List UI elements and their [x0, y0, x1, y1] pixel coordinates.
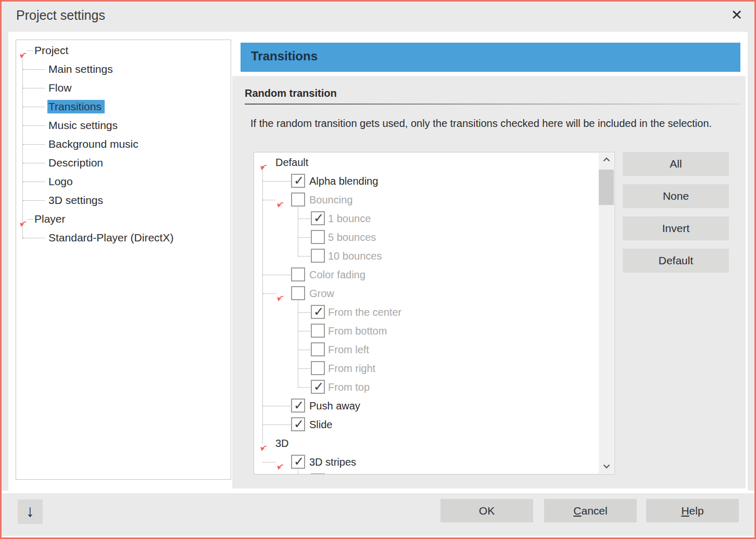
sidebar-item-project[interactable]: Project [16, 41, 231, 60]
list-scrollbar[interactable] [599, 153, 614, 473]
tree-connector [23, 144, 45, 145]
transition-label[interactable]: Grow [309, 284, 334, 303]
checkbox-color-fading[interactable] [291, 267, 305, 281]
default-button[interactable]: Default [623, 249, 729, 273]
transition-label[interactable]: Color fading [309, 265, 366, 284]
transition-row-default: Default [254, 153, 614, 172]
checkbox-from-bottom[interactable] [311, 324, 325, 338]
sidebar-item-player[interactable]: Player [16, 210, 231, 228]
chevron-up-icon [603, 157, 610, 162]
transition-label[interactable]: From bottom [328, 322, 387, 340]
help-button[interactable]: Help [646, 499, 739, 522]
transition-label[interactable]: From the center [328, 303, 401, 322]
transition-label[interactable]: From right [328, 359, 375, 378]
cancel-button[interactable]: Cancel [544, 499, 637, 522]
expand-arrow-icon[interactable] [19, 46, 27, 54]
separator [2, 536, 754, 537]
sidebar-item-logo[interactable]: Logo [16, 172, 231, 191]
cancel-label: C [573, 505, 581, 517]
transition-row-bouncing: Bouncing [254, 190, 614, 209]
transition-label[interactable]: From left [328, 340, 369, 359]
sidebar-item-description[interactable]: Description [16, 153, 231, 172]
tree-connector [263, 462, 275, 463]
checkbox-bouncing[interactable] [291, 192, 305, 207]
scrollbar-thumb[interactable] [599, 170, 614, 205]
expand-arrow-icon[interactable] [276, 289, 284, 297]
sidebar-item-background-music[interactable]: Background music [16, 135, 231, 153]
transition-row-from-left: From left [254, 340, 614, 359]
transition-row-grow: Grow [254, 284, 614, 303]
none-button[interactable]: None [623, 184, 729, 208]
checkbox-from-left[interactable] [311, 342, 325, 356]
tree-connector [263, 181, 291, 182]
checkbox-1-bounce[interactable]: ✓ [311, 211, 325, 225]
tree-connector [27, 50, 33, 51]
transition-row-10-bounces: 10 bounces [254, 247, 614, 265]
transition-row-3d: 3D [254, 434, 614, 453]
transition-label[interactable]: Bouncing [309, 190, 352, 209]
checkbox-from-top[interactable]: ✓ [311, 380, 325, 394]
sidebar-item-main-settings[interactable]: Main settings [16, 60, 231, 79]
checkbox-push-away[interactable]: ✓ [291, 399, 305, 413]
checkmark-icon: ✓ [294, 396, 304, 415]
expand-arrow-icon[interactable] [276, 458, 284, 466]
transition-row-slide: ✓Slide [254, 415, 614, 434]
sidebar-item-standard-player-directx[interactable]: Standard-Player (DirectX) [16, 228, 231, 247]
tree-connector [263, 200, 275, 200]
checkbox-5-bounces[interactable] [311, 230, 325, 244]
transition-label[interactable]: 10 bounces [328, 247, 382, 265]
move-down-button[interactable]: ↓ [18, 499, 43, 524]
transition-label[interactable]: 1 bounce [328, 209, 371, 228]
sidebar-item-label: Standard-Player (DirectX) [47, 228, 177, 247]
transition-label[interactable]: Default [275, 153, 308, 172]
checkbox-slide[interactable]: ✓ [291, 417, 305, 431]
checkbox-grow[interactable] [291, 286, 305, 300]
ok-button[interactable]: OK [440, 499, 533, 522]
checkbox-from-right[interactable] [311, 361, 325, 375]
scroll-up-button[interactable] [599, 153, 614, 166]
tree-connector [23, 69, 45, 70]
transition-label[interactable]: Slide [309, 415, 332, 434]
transition-row-alpha-blending: ✓Alpha blending [254, 172, 614, 190]
checkbox-3d-stripes[interactable]: ✓ [291, 455, 305, 469]
tree-connector [263, 406, 291, 406]
transition-row-from-the-center: ✓From the center [254, 303, 614, 322]
sidebar-item-transitions[interactable]: Transitions [16, 97, 231, 116]
expand-arrow-icon[interactable] [259, 158, 267, 166]
all-button[interactable]: All [623, 152, 729, 176]
expand-arrow-icon[interactable] [19, 215, 27, 223]
tree-connector [298, 350, 310, 350]
expand-arrow-icon[interactable] [259, 439, 267, 447]
page-title: Transitions [251, 49, 318, 63]
checkmark-icon: ✓ [313, 209, 324, 227]
transition-label[interactable]: 5 bounces [328, 228, 376, 247]
tree-connector [298, 237, 310, 238]
sidebar-item-music-settings[interactable]: Music settings [16, 116, 231, 135]
checkbox-partial[interactable] [311, 473, 325, 474]
close-icon[interactable]: ✕ [728, 6, 746, 24]
sidebar-item-label: Project [33, 41, 71, 60]
transition-row-from-bottom: From bottom [254, 322, 614, 340]
sidebar-item-label: Transitions [47, 97, 105, 116]
checkbox-10-bounces[interactable] [311, 249, 325, 263]
sidebar-item-label: Main settings [47, 60, 116, 79]
transition-label[interactable]: Push away [309, 396, 360, 415]
tree-connector [263, 275, 291, 275]
scroll-down-button[interactable] [599, 460, 614, 473]
sidebar-item-3d-settings[interactable]: 3D settings [16, 191, 231, 210]
tree-connector [298, 368, 310, 369]
transition-label[interactable]: 3D [275, 434, 289, 453]
tree-connector [23, 238, 45, 238]
checkmark-icon: ✓ [313, 377, 324, 396]
transition-label[interactable]: From top [328, 378, 370, 396]
transition-label[interactable]: Alpha blending [309, 172, 378, 190]
invert-button[interactable]: Invert [623, 216, 729, 240]
transition-label[interactable]: 3D stripes [309, 453, 356, 471]
transition-row-from-right: From right [254, 359, 614, 378]
checkbox-from-the-center[interactable]: ✓ [311, 305, 325, 319]
sidebar-item-flow[interactable]: Flow [16, 79, 231, 97]
expand-arrow-icon[interactable] [276, 196, 284, 203]
section-title: Random transition [245, 87, 337, 99]
tree-connector [23, 107, 45, 107]
checkbox-alpha-blending[interactable]: ✓ [291, 174, 305, 188]
